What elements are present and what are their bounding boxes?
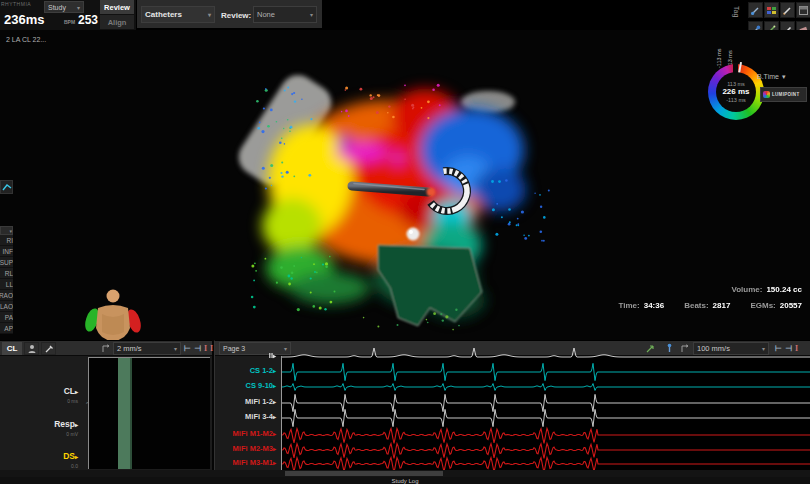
right-caliper-buttons: ⊢ ⊣ I [775, 342, 798, 355]
torso-shading [102, 314, 124, 335]
wheel-min-label: -113 ms [726, 97, 745, 103]
patient-icon[interactable] [24, 342, 39, 355]
cl-trend-band [118, 358, 132, 469]
cl-trend-plot[interactable] [88, 357, 210, 469]
beats-stat: Beats:2817 [684, 301, 730, 310]
left-sweep-speed-dropdown[interactable]: 2 mm/s ▾ [113, 342, 181, 355]
left-channel-label-resp[interactable]: Resp▸ [54, 419, 78, 429]
white-marker-sphere [407, 228, 420, 241]
trace-label-mifi-3-4[interactable]: MiFi 3-4▸ [245, 412, 276, 421]
lumipoint-logo-icon [763, 91, 770, 98]
trace-waveform-mifi-3-4 [282, 409, 810, 426]
chevron-down-icon: ▾ [9, 228, 12, 234]
marker-ibeam-icon[interactable]: I [204, 344, 207, 353]
caliper-right-icon[interactable]: ⊣ [785, 344, 792, 353]
review-button[interactable]: Review [100, 0, 134, 14]
caliper-left-icon[interactable]: ⊢ [184, 344, 191, 353]
view-preset-pa[interactable]: PA [0, 312, 13, 323]
trace-horizontal-scrollbar[interactable] [0, 470, 810, 477]
left-channel-value-cl: 0 ms [67, 398, 78, 404]
trace-waveform-cs-1-2 [282, 363, 810, 380]
volume-stat: Volume:150.24 cc [500, 285, 806, 294]
marker-ibeam-icon[interactable]: I [795, 344, 798, 353]
sphere-highlight [409, 230, 413, 234]
chevron-down-icon: ▾ [208, 11, 211, 18]
resp-marker-icon: ^ [86, 401, 89, 407]
catheters-dropdown[interactable]: Catheters ▾ [141, 6, 215, 23]
map-viewport[interactable]: 2 LA CL 22... -113 ms 113 ms 113 ms 226 … [0, 30, 810, 340]
align-button[interactable]: Align [100, 15, 134, 29]
cl-tab[interactable]: CL [2, 342, 22, 355]
catheter-tip [427, 188, 436, 197]
left-channel-label-cl[interactable]: CL▸ [64, 386, 78, 396]
chevron-down-icon: ▾ [174, 345, 177, 352]
chevron-down-icon: ▾ [762, 345, 765, 352]
trace-label-mifi-m1-m2[interactable]: MiFi M1-M2▸ [233, 429, 276, 438]
catheter-toolbar: Catheters ▾ Review: None ▾ [137, 0, 323, 28]
left-caliper-buttons: ⊢ ⊣ I I [184, 342, 213, 355]
trace-label-ii[interactable]: II▸ [269, 351, 276, 360]
view-preset-ap[interactable]: AP [0, 323, 13, 334]
trace-label-mifi-m2-m3[interactable]: MiFi M2-M3▸ [233, 444, 276, 453]
left-channel-value-resp: 0 mV [66, 431, 78, 437]
caliper-left-icon[interactable]: ⊢ [775, 344, 782, 353]
view-preset-strip: ▾ RI INFSUPRLLLRAOLAOPAAP [0, 226, 13, 334]
view-preset-inf[interactable]: INF [0, 246, 13, 257]
tag-brush-icon[interactable] [780, 2, 795, 18]
view-preset-rao[interactable]: RAO [0, 290, 13, 301]
wheel-window-label: 226 ms [722, 87, 749, 96]
trace-waveform-cs-9-10 [282, 384, 810, 391]
beat-time-dropdown[interactable]: B.Time ▾ [757, 70, 807, 83]
left-panel-header: CL 2 mm/s ▾ ⊢ ⊣ I I [0, 341, 212, 356]
trace-label-mifi-m3-m1[interactable]: MiFi M3-M1▸ [233, 458, 276, 467]
view-preset-dropdown[interactable]: ▾ [0, 226, 13, 235]
view-preset-lao[interactable]: LAO [0, 301, 13, 312]
status-bar: Study Log [0, 477, 810, 484]
review-mode-dropdown[interactable]: None ▾ [253, 6, 317, 23]
sweep-speed-icon [677, 342, 692, 355]
tag-dropper-icon[interactable] [748, 2, 763, 18]
torso-head [107, 290, 120, 303]
settings-wrench-icon[interactable] [41, 342, 56, 355]
sweep-speed-icon [98, 342, 113, 355]
top-bar: RHYTHMIA Study ▾ 236ms BPM 253 Review Al… [0, 0, 810, 30]
page-dropdown[interactable]: Page 3 ▾ [219, 342, 291, 355]
view-preset-ll[interactable]: LL [0, 279, 13, 290]
tag-section-label: Tag [733, 6, 740, 17]
trace-waveform-mifi-1-2 [282, 394, 810, 411]
marker-ibeam-icon[interactable]: I [210, 344, 213, 353]
study-dropdown[interactable]: Study ▾ [44, 1, 84, 13]
egms-stat: EGMs:20557 [750, 301, 802, 310]
pin-tool-icon[interactable] [662, 342, 677, 355]
scrollbar-thumb[interactable] [285, 471, 443, 476]
right-sweep-speed-dropdown[interactable]: 100 mm/s ▾ [693, 342, 769, 355]
egm-trace-plot[interactable] [281, 356, 810, 470]
trace-waveform-mifi-m2-m3 [282, 443, 810, 458]
review-field-label: Review: [221, 11, 251, 20]
study-log-button[interactable]: Study Log [391, 478, 418, 484]
patient-orientation-torso[interactable] [84, 288, 142, 342]
trace-label-cs-1-2[interactable]: CS 1-2▸ [250, 366, 276, 375]
caliper-right-icon[interactable]: ⊣ [194, 344, 201, 353]
tag-color-palette-icon[interactable] [764, 2, 779, 18]
trace-label-mifi-1-2[interactable]: MiFi 1-2▸ [245, 397, 276, 406]
chevron-down-icon: ▾ [310, 11, 313, 18]
activation-color-wheel[interactable]: 113 ms 226 ms -113 ms [708, 64, 764, 120]
wheel-rotated-label-left: -113 ms [716, 49, 722, 68]
view-strip-fragment[interactable]: RI [0, 235, 13, 246]
time-stat: Time:34:36 [618, 301, 664, 310]
map-tool-icon[interactable] [0, 180, 13, 194]
trace-label-cs-9-10[interactable]: CS 9-10▸ [245, 381, 276, 390]
view-preset-sup[interactable]: SUP [0, 257, 13, 268]
left-channel-label-ds[interactable]: DS▸ [63, 451, 78, 461]
brand-label: RHYTHMIA [1, 1, 31, 7]
trigger-tool-icon[interactable] [643, 342, 658, 355]
cycle-length-value: 236ms [4, 12, 44, 27]
view-preset-rl[interactable]: RL [0, 268, 13, 279]
chevron-down-icon: ▾ [284, 345, 287, 352]
tag-panel-icon[interactable] [796, 2, 810, 18]
chevron-down-icon: ▾ [77, 4, 80, 11]
rhythmia-mapping-window: RHYTHMIA Study ▾ 236ms BPM 253 Review Al… [0, 0, 810, 484]
lumipoint-button[interactable]: LUMIPOINT [760, 87, 807, 102]
bpm-label: BPM [64, 19, 75, 25]
